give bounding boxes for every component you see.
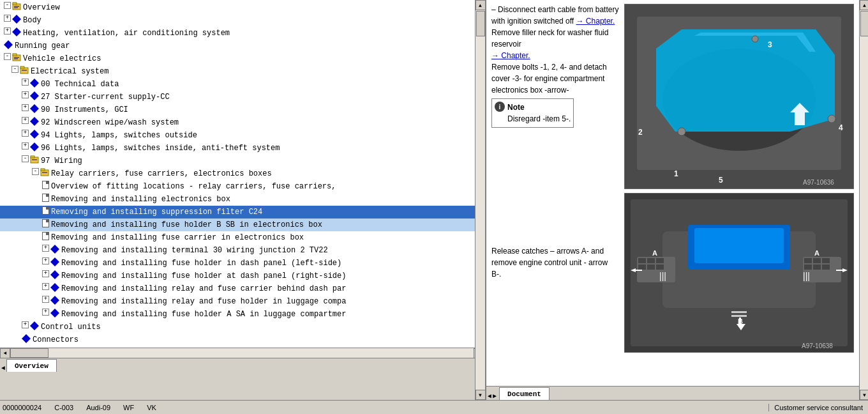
scroll-track-left[interactable] [475, 10, 485, 390]
tree-item-94[interactable]: + 94 Lights, lamps, switches outside [0, 129, 475, 142]
tree-item-elec-sys[interactable]: - Electrical system [0, 65, 475, 78]
tab-arrow-left-right[interactable]: ◄ [488, 393, 491, 400]
tree-item-fuse-right[interactable]: + Removing and installing fuse holder at… [0, 270, 475, 282]
tree-item-running[interactable]: Running gear [0, 40, 475, 52]
diamond-icon-00 [30, 79, 39, 88]
right-panel-wrapper: – Disconnect earth cable from battery wi… [486, 0, 868, 400]
content-area[interactable]: – Disconnect earth cable from battery wi… [486, 0, 859, 386]
scroll-up-left[interactable]: ▲ [475, 0, 486, 10]
tree-item-relay[interactable]: - Relay carriers, fuse carriers, electro… [0, 167, 475, 180]
engine-image-2: A ||| A ||| B [624, 193, 854, 353]
scroll-up-right[interactable]: ▲ [860, 0, 869, 10]
expand-97[interactable]: - [22, 155, 29, 162]
diamond-icon-27 [30, 91, 39, 100]
tree-item-92[interactable]: + 92 Windscreen wipe/wash system [0, 116, 475, 129]
expand-fuse-left[interactable]: + [42, 257, 49, 264]
tree-item-fuse-a[interactable]: + Removing and installing fuse holder A … [0, 308, 475, 321]
expand-fuse-a[interactable]: + [42, 309, 49, 316]
tree-label-relay: Relay carriers, fuse carriers, electroni… [51, 168, 272, 180]
expand-overview[interactable]: - [4, 2, 11, 9]
tab-overview[interactable]: Overview [6, 359, 57, 372]
tab-document[interactable]: Document [499, 387, 550, 400]
tree-label-suppr: Removing and installing suppression filt… [51, 206, 262, 218]
h-scroll-left[interactable]: ◄ [0, 348, 10, 358]
expand-94[interactable]: + [22, 130, 29, 137]
left-v-scrollbar[interactable]: ▲ ▼ [475, 0, 485, 400]
right-v-scrollbar[interactable]: ▲ ▼ [859, 0, 868, 400]
scroll-down-left[interactable]: ▼ [475, 390, 486, 400]
note-label: Note [507, 103, 525, 112]
h-scroll-track[interactable] [10, 348, 474, 358]
expand-fuse-right[interactable]: + [42, 270, 49, 277]
chapter-link-1[interactable]: → Chapter. [576, 17, 615, 26]
scroll-thumb-right[interactable] [860, 11, 869, 36]
tree-item-control[interactable]: + Control units [0, 321, 475, 334]
scroll-thumb-left[interactable] [476, 11, 485, 36]
tree-item-fitting[interactable]: Overview of fitting locations - relay ca… [0, 180, 475, 193]
expand-relay-holder[interactable]: + [42, 296, 49, 303]
tree-item-hvac[interactable]: + Heating, ventilation, air conditioning… [0, 27, 475, 40]
status-field2: C-003 [54, 404, 73, 411]
expand-00[interactable]: + [22, 79, 29, 86]
scroll-track-right[interactable] [860, 10, 868, 390]
tree-item-fuse-left[interactable]: + Removing and installing fuse holder in… [0, 257, 475, 270]
bottom-tabs-right: ◄ ► Document [486, 386, 859, 400]
tree-item-vehicle-elec[interactable]: - Vehicle electrics [0, 52, 475, 65]
tree-item-fuse-carrier[interactable]: Removing and installing fuse carrier in … [0, 231, 475, 244]
tab-arrow-right-right[interactable]: ► [493, 393, 497, 400]
tab-arrow-left[interactable]: ◄ [1, 365, 5, 372]
expand-96[interactable]: + [22, 142, 29, 150]
diamond-icon-fuse-a [50, 309, 59, 318]
tree-item-90[interactable]: + 90 Instruments, GCI [0, 103, 475, 116]
left-panel-wrapper: - Overview + Body [0, 0, 485, 400]
folder-link-icon-97 [30, 155, 39, 164]
expand-92[interactable]: + [22, 117, 29, 124]
svg-rect-40 [647, 258, 655, 263]
tree-item-00[interactable]: + 00 Technical data [0, 78, 475, 91]
h-scrollbar[interactable]: ◄ ► [0, 348, 475, 358]
expand-control[interactable]: + [22, 321, 29, 328]
expand-body[interactable]: + [4, 15, 11, 22]
h-scroll-thumb[interactable] [10, 348, 49, 358]
tree-item-connectors[interactable]: Connectors [0, 334, 475, 346]
tree-item-27[interactable]: + 27 Starter-current supply-CC [0, 91, 475, 103]
right-layout: – Disconnect earth cable from battery wi… [491, 4, 854, 353]
expand-relay-fuse[interactable]: + [42, 283, 49, 290]
tree-item-relay-fuse[interactable]: + Removing and installing relay and fuse… [0, 282, 475, 295]
scroll-down-right[interactable]: ▼ [860, 390, 869, 400]
expand-90[interactable]: + [22, 104, 29, 111]
engine-image-1: 1 2 3 4 5 A97-10636 [624, 4, 854, 189]
chapter-link-2[interactable]: → Chapter. [491, 51, 530, 60]
tree-item-96[interactable]: + 96 Lights, lamps, switches inside, ant… [0, 142, 475, 155]
note-text: Disregard -item 5-. [507, 114, 571, 123]
tree-item-overview[interactable]: - Overview [0, 1, 475, 14]
expand-relay[interactable]: - [32, 168, 39, 175]
tree-label-92: 92 Windscreen wipe/wash system [41, 117, 179, 128]
diamond-icon-relay-holder [50, 296, 59, 305]
tree-item-relay-holder[interactable]: + Removing and installing relay and fuse… [0, 295, 475, 308]
tree-area[interactable]: - Overview + Body [0, 0, 475, 348]
tree-label-terminal30: Removing and installing terminal 30 wiri… [61, 245, 328, 256]
folder-link-icon-3 [20, 66, 29, 75]
diamond-icon-96 [30, 142, 39, 151]
step2-content: Remove bolts -1, 2, 4- and detach cover … [491, 63, 607, 95]
tree-item-97[interactable]: - 97 Wiring [0, 155, 475, 167]
diamond-icon-running [4, 40, 13, 49]
expand-27[interactable]: + [22, 91, 29, 98]
tree-label-fitting: Overview of fitting locations - relay ca… [51, 181, 336, 192]
expand-elec-sys[interactable]: - [11, 66, 19, 73]
expand-vehicle-elec[interactable]: - [4, 53, 11, 60]
tree-item-body[interactable]: + Body [0, 14, 475, 27]
status-right-text: Customer service consultant [774, 404, 863, 411]
page-icon-fuse-carrier [42, 232, 49, 240]
tree-item-elec-box[interactable]: Removing and installing electronics box [0, 193, 475, 206]
folder-link-icon-relay [40, 168, 49, 177]
svg-text:|||: ||| [803, 271, 810, 281]
tree-item-suppr[interactable]: Removing and installing suppression filt… [0, 206, 475, 218]
expand-hvac[interactable]: + [4, 27, 11, 34]
tree-item-fuse-sb[interactable]: Removing and installing fuse holder B SB… [0, 218, 475, 231]
tree-item-terminal30[interactable]: + Removing and installing terminal 30 wi… [0, 244, 475, 257]
svg-rect-43 [647, 264, 655, 270]
diamond-icon-94 [30, 130, 39, 139]
expand-terminal30[interactable]: + [42, 245, 49, 252]
